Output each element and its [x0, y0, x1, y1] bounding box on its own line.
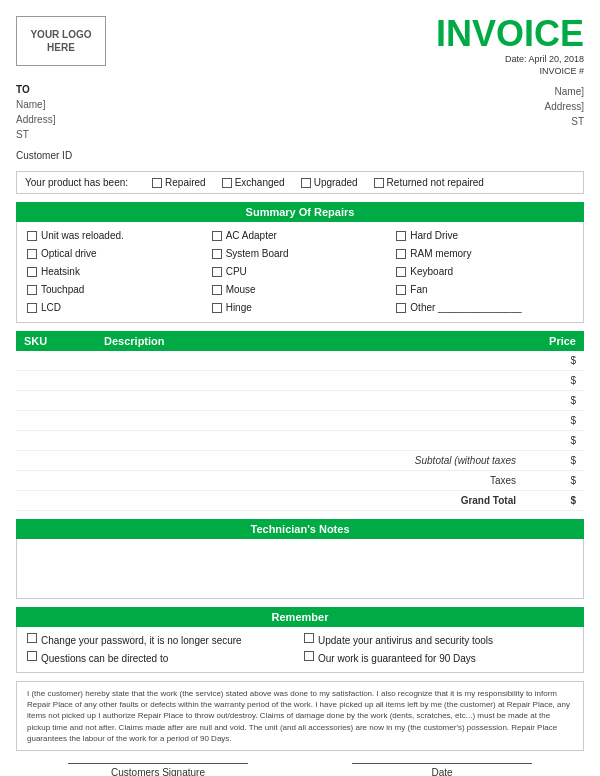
repair-item-13[interactable]: Hinge: [212, 300, 389, 316]
status-returned-label: Returned not repaired: [387, 177, 484, 188]
cb-10[interactable]: [212, 285, 222, 295]
desc-cell: [96, 411, 524, 431]
taxes-value: $: [524, 471, 584, 491]
customer-signature-block: Customers Signature: [58, 763, 258, 776]
desc-cell: [96, 371, 524, 391]
cb-7[interactable]: [212, 267, 222, 277]
repair-item-4[interactable]: System Board: [212, 246, 389, 262]
remember-label-2: Questions can be directed to: [41, 651, 168, 666]
to-right-address: Address]: [311, 99, 584, 114]
cb-13[interactable]: [212, 303, 222, 313]
repair-label-2: Hard Drive: [410, 228, 458, 244]
repair-item-7[interactable]: CPU: [212, 264, 389, 280]
remember-item-0: Change your password, it is no longer se…: [27, 633, 296, 648]
repair-label-1: AC Adapter: [226, 228, 277, 244]
cb-2[interactable]: [396, 231, 406, 241]
repairs-grid: Unit was reloaded. AC Adapter Hard Drive…: [16, 222, 584, 323]
status-repaired-label: Repaired: [165, 177, 206, 188]
price-cell: $: [524, 371, 584, 391]
remember-label-3: Our work is guaranteed for 90 Days: [318, 651, 476, 666]
cb-12[interactable]: [27, 303, 37, 313]
date-signature-block: Date: [342, 763, 542, 776]
date-sig-label: Date: [342, 767, 542, 776]
sku-cell: [16, 351, 96, 371]
table-row: $: [16, 351, 584, 371]
desc-col-header: Description: [96, 331, 524, 351]
remember-grid: Change your password, it is no longer se…: [17, 627, 583, 672]
cb-0[interactable]: [27, 231, 37, 241]
repair-label-3: Optical drive: [41, 246, 97, 262]
cb-remember-3[interactable]: [304, 651, 314, 661]
cb-14[interactable]: [396, 303, 406, 313]
repair-item-12[interactable]: LCD: [27, 300, 204, 316]
repair-item-0[interactable]: Unit was reloaded.: [27, 228, 204, 244]
repair-item-2[interactable]: Hard Drive: [396, 228, 573, 244]
cb-3[interactable]: [27, 249, 37, 259]
product-status-label: Your product has been:: [25, 177, 128, 188]
grand-total-value: $: [524, 491, 584, 511]
sku-cell: [16, 391, 96, 411]
date-sig-line: [352, 763, 532, 764]
customer-sig-label: Customers Signature: [58, 767, 258, 776]
repair-label-5: RAM memory: [410, 246, 471, 262]
repair-item-8[interactable]: Keyboard: [396, 264, 573, 280]
summary-header: Summary Of Repairs: [16, 202, 584, 222]
repair-item-11[interactable]: Fan: [396, 282, 573, 298]
repair-label-8: Keyboard: [410, 264, 453, 280]
repair-item-14[interactable]: Other _______________: [396, 300, 573, 316]
subtotal-label: Subtotal (without taxes: [96, 451, 524, 471]
to-section: TO Name] Address] ST Name] Address] ST: [16, 84, 584, 142]
repair-item-9[interactable]: Touchpad: [27, 282, 204, 298]
table-row: $: [16, 371, 584, 391]
repair-label-0: Unit was reloaded.: [41, 228, 124, 244]
sku-col-header: SKU: [16, 331, 96, 351]
cb-5[interactable]: [396, 249, 406, 259]
cb-8[interactable]: [396, 267, 406, 277]
remember-item-2: Questions can be directed to: [27, 651, 296, 666]
checkbox-returned[interactable]: [374, 178, 384, 188]
customer-id: Customer ID: [16, 150, 584, 161]
remember-label-1: Update your antivirus and security tools: [318, 633, 493, 648]
cb-remember-2[interactable]: [27, 651, 37, 661]
legal-text: I (the customer) hereby state that the w…: [16, 681, 584, 751]
table-row: $: [16, 411, 584, 431]
repair-label-4: System Board: [226, 246, 289, 262]
cb-11[interactable]: [396, 285, 406, 295]
to-st: ST: [16, 127, 289, 142]
cb-9[interactable]: [27, 285, 37, 295]
repair-item-10[interactable]: Mouse: [212, 282, 389, 298]
repair-item-5[interactable]: RAM memory: [396, 246, 573, 262]
to-right: Name] Address] ST: [311, 84, 584, 142]
status-upgraded-label: Upgraded: [314, 177, 358, 188]
status-returned[interactable]: Returned not repaired: [374, 177, 484, 188]
header: YOUR LOGO HERE INVOICE Date: April 20, 2…: [16, 16, 584, 76]
cb-4[interactable]: [212, 249, 222, 259]
price-cell: $: [524, 431, 584, 451]
cb-remember-0[interactable]: [27, 633, 37, 643]
subtotal-row: Subtotal (without taxes $: [16, 451, 584, 471]
checkbox-upgraded[interactable]: [301, 178, 311, 188]
cb-6[interactable]: [27, 267, 37, 277]
table-row: $: [16, 391, 584, 411]
taxes-empty-1: [16, 471, 96, 491]
repair-label-14: Other _______________: [410, 300, 521, 316]
checkbox-repaired[interactable]: [152, 178, 162, 188]
cb-remember-1[interactable]: [304, 633, 314, 643]
grand-total-label: Grand Total: [96, 491, 524, 511]
remember-item-1: Update your antivirus and security tools: [304, 633, 573, 648]
to-right-st: ST: [311, 114, 584, 129]
sku-cell: [16, 431, 96, 451]
repair-item-1[interactable]: AC Adapter: [212, 228, 389, 244]
repair-item-6[interactable]: Heatsink: [27, 264, 204, 280]
notes-section: [16, 539, 584, 599]
remember-label-0: Change your password, it is no longer se…: [41, 633, 242, 648]
status-exchanged[interactable]: Exchanged: [222, 177, 285, 188]
desc-cell: [96, 351, 524, 371]
repair-label-7: CPU: [226, 264, 247, 280]
repair-item-3[interactable]: Optical drive: [27, 246, 204, 262]
checkbox-exchanged[interactable]: [222, 178, 232, 188]
status-upgraded[interactable]: Upgraded: [301, 177, 358, 188]
cb-1[interactable]: [212, 231, 222, 241]
sku-cell: [16, 371, 96, 391]
status-repaired[interactable]: Repaired: [152, 177, 206, 188]
